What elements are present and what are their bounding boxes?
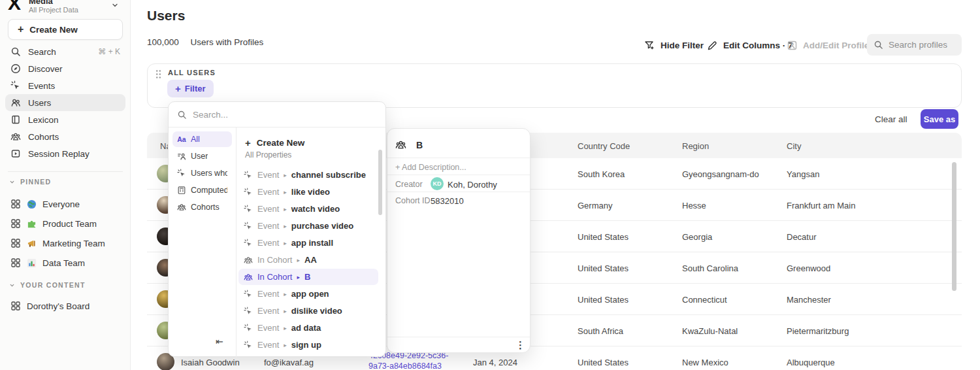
drag-handle-icon[interactable] <box>155 69 161 79</box>
creator-name: Koh, Dorothy <box>448 180 497 190</box>
sidebar-item-label: Session Replay <box>28 149 90 159</box>
event-spark-icon <box>244 324 253 333</box>
add-description-button[interactable]: + Add Description... <box>395 163 466 172</box>
pinned-section-header[interactable]: PINNED <box>9 178 51 186</box>
project-switcher[interactable]: X Media All Project Data <box>0 0 131 17</box>
sidebar-item-search[interactable]: Search ⌘ + K <box>5 43 125 60</box>
event-spark-icon <box>244 341 253 350</box>
edit-columns-button[interactable]: Edit Columns · 7 <box>707 35 793 55</box>
dropdown-item-cohort-b[interactable]: In Cohort ▸ B <box>238 269 378 285</box>
add-filter-label: Filter <box>185 84 206 93</box>
column-header-city[interactable]: City <box>787 141 801 150</box>
sidebar-item-label: Events <box>28 81 55 91</box>
category-all[interactable]: Aa All <box>172 131 232 147</box>
session-replay-icon <box>10 148 21 159</box>
column-header-country-code[interactable]: Country Code <box>578 141 630 150</box>
dropdown-item-event-app-install[interactable]: Event ▸ app install <box>238 235 378 251</box>
search-profiles-box[interactable] <box>867 34 962 56</box>
megaphone-icon <box>27 239 37 248</box>
dropdown-item-event-app-open[interactable]: Event ▸ app open <box>238 286 378 302</box>
dropdown-item-cohort-aa[interactable]: In Cohort ▸ AA <box>238 252 378 268</box>
cohorts-icon <box>395 139 406 150</box>
sidebar-item-dorothys-board[interactable]: Dorothy's Board <box>5 297 125 315</box>
sidebar-item-product-team[interactable]: Product Team <box>5 214 125 233</box>
item-name: sign up <box>291 340 321 350</box>
dropdown-item-event-dislike-video[interactable]: Event ▸ dislike video <box>238 303 378 319</box>
category-computed[interactable]: Computed <box>172 182 232 198</box>
event-spark-icon <box>244 205 253 214</box>
item-prefix: Event <box>257 323 279 333</box>
board-grid-icon <box>10 199 21 209</box>
add-edit-profile-button[interactable]: Add/Edit Profile <box>787 35 869 55</box>
sidebar-item-data-team[interactable]: Data Team <box>5 254 125 272</box>
dropdown-section-label: All Properties <box>245 150 291 160</box>
users-icon <box>10 97 21 108</box>
cohorts-icon <box>244 256 253 265</box>
dropdown-item-event-purchase-video[interactable]: Event ▸ purchase video <box>238 218 378 234</box>
create-new-button[interactable]: + Create New <box>8 19 123 40</box>
edit-columns-label: Edit Columns · 7 <box>723 41 793 50</box>
breadcrumb-arrow-icon: ▸ <box>284 240 287 246</box>
column-header-region[interactable]: Region <box>682 141 709 150</box>
your-content-section-header[interactable]: YOUR CONTENT <box>9 281 86 289</box>
sidebar-item-marketing-team[interactable]: Marketing Team <box>5 234 125 252</box>
computed-icon <box>177 186 186 195</box>
sidebar-item-label: Discover <box>28 64 63 74</box>
filter-funnel-icon <box>644 40 655 51</box>
category-cohorts[interactable]: Cohorts <box>172 199 232 215</box>
popover-divider <box>387 158 530 158</box>
dropdown-item-event-like-video[interactable]: Event ▸ like video <box>238 184 378 200</box>
page-title: Users <box>147 8 185 24</box>
dropdown-create-new[interactable]: + Create New <box>241 134 378 151</box>
dropdown-search-input[interactable] <box>193 110 369 120</box>
dropdown-item-event-ad-data[interactable]: Event ▸ ad data <box>238 320 378 336</box>
item-name: ad data <box>291 323 321 333</box>
dropdown-search-row[interactable] <box>169 102 385 127</box>
cell-region: Connecticut <box>682 294 727 304</box>
cell-city: Albuquerque <box>787 357 835 367</box>
breadcrumb-arrow-icon: ▸ <box>284 223 287 229</box>
creator-label: Creator <box>395 180 423 189</box>
collapse-panel-icon[interactable]: ⇤ <box>216 336 223 346</box>
sidebar-item-lexicon[interactable]: Lexicon <box>5 111 125 128</box>
event-spark-icon <box>244 290 253 299</box>
sidebar-item-everyone[interactable]: Everyone <box>5 195 125 213</box>
dropdown-item-event-sign-up[interactable]: Event ▸ sign up <box>238 337 378 353</box>
category-users-who-did[interactable]: Users who di... <box>172 165 232 181</box>
table-scrollbar[interactable] <box>952 162 956 291</box>
sidebar-item-session-replay[interactable]: Session Replay <box>5 145 125 162</box>
dropdown-item-event-channel-subscribe[interactable]: Event ▸ channel subscribe <box>238 167 378 183</box>
board-grid-icon <box>10 301 21 311</box>
item-prefix: In Cohort <box>257 272 292 282</box>
sidebar-item-users[interactable]: Users <box>5 94 125 111</box>
cell-name: Isaiah Goodwin <box>181 357 240 367</box>
event-spark-icon <box>244 239 253 248</box>
app-logo-icon: X <box>8 0 21 14</box>
plus-icon: + <box>245 137 251 148</box>
clear-all-button[interactable]: Clear all <box>875 109 907 129</box>
dropdown-item-event-watch-video[interactable]: Event ▸ watch video <box>238 201 378 217</box>
cell-region: Gyeongsangnam-do <box>682 169 759 178</box>
dropdown-scrollbar[interactable] <box>378 150 382 215</box>
hide-filter-button[interactable]: Hide Filter <box>644 35 704 55</box>
item-name: purchase video <box>291 221 353 231</box>
search-profiles-input[interactable] <box>889 40 954 50</box>
create-new-label: Create New <box>257 138 305 148</box>
event-spark-icon <box>244 171 253 180</box>
compass-icon <box>10 63 21 74</box>
board-label: Dorothy's Board <box>27 301 90 311</box>
board-label: Product Team <box>42 219 97 229</box>
breadcrumb-arrow-icon: ▸ <box>284 325 287 331</box>
cohort-title-row: B <box>395 139 423 150</box>
hide-filter-label: Hide Filter <box>661 41 704 50</box>
add-filter-button[interactable]: + Filter <box>167 80 214 97</box>
sidebar-item-cohorts[interactable]: Cohorts <box>5 128 125 145</box>
cell-country: South Africa <box>578 326 623 335</box>
category-user[interactable]: User <box>172 148 232 164</box>
more-options-icon[interactable]: ⋮ <box>515 340 525 350</box>
sidebar-item-discover[interactable]: Discover <box>5 60 125 77</box>
item-prefix: Event <box>257 170 279 180</box>
cell-country: United States <box>578 231 629 241</box>
save-as-button[interactable]: Save as <box>921 109 958 129</box>
sidebar-item-events[interactable]: Events <box>5 77 125 94</box>
